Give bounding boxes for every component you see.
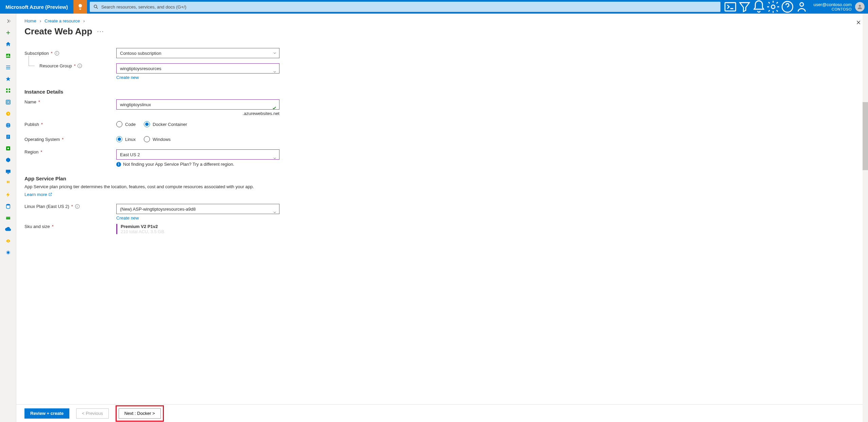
- label-publish: Publish*: [24, 122, 116, 127]
- rail-app-services-icon[interactable]: [1, 120, 15, 131]
- rail-monitor-icon[interactable]: [1, 247, 15, 258]
- info-icon[interactable]: i: [75, 204, 80, 209]
- info-icon: i: [116, 162, 121, 167]
- svg-rect-12: [8, 88, 10, 90]
- breadcrumb-create-resource[interactable]: Create a resource: [45, 18, 80, 23]
- svg-rect-11: [6, 88, 8, 90]
- region-select[interactable]: East US 2: [116, 149, 279, 160]
- svg-rect-9: [8, 54, 8, 57]
- name-suffix: .azurewebsites.net: [116, 111, 279, 116]
- svg-rect-15: [6, 100, 10, 104]
- publish-code-radio[interactable]: Code: [116, 121, 136, 127]
- close-icon[interactable]: [856, 20, 861, 26]
- directory-filter-icon[interactable]: [737, 0, 752, 14]
- svg-point-3: [771, 5, 775, 9]
- svg-point-22: [7, 148, 9, 149]
- settings-icon[interactable]: [766, 0, 780, 14]
- svg-point-27: [7, 241, 8, 242]
- page-title: Create Web App: [24, 26, 92, 37]
- rail-sql-icon[interactable]: [1, 143, 15, 154]
- rail-vnet-icon[interactable]: [1, 224, 15, 235]
- search-icon: [93, 4, 99, 10]
- section-instance-details: Instance Details: [24, 89, 317, 95]
- rail-expand-icon[interactable]: [1, 16, 15, 27]
- rail-vm-icon[interactable]: [1, 166, 15, 177]
- label-name: Name*: [24, 99, 116, 104]
- svg-rect-13: [6, 91, 8, 93]
- svg-rect-16: [7, 101, 9, 103]
- scrollbar[interactable]: [863, 14, 868, 422]
- os-linux-radio[interactable]: Linux: [116, 136, 136, 142]
- label-os: Operating System*: [24, 137, 116, 142]
- svg-rect-23: [6, 170, 11, 173]
- main-content: Home › Create a resource › Create Web Ap…: [16, 14, 868, 422]
- create-new-rg-link[interactable]: Create new: [116, 75, 139, 80]
- rail-aad-icon[interactable]: [1, 236, 15, 246]
- breadcrumb-home[interactable]: Home: [24, 18, 36, 23]
- svg-line-1: [97, 7, 98, 9]
- check-icon: [272, 106, 277, 110]
- rail-create-icon[interactable]: [1, 27, 15, 38]
- account-area[interactable]: user@contoso.com CONTOSO: [809, 1, 868, 13]
- rail-all-resources-icon[interactable]: [1, 85, 15, 96]
- label-linux-plan: Linux Plan (East US 2)* i: [24, 204, 116, 209]
- rail-load-balancer-icon[interactable]: [1, 178, 15, 189]
- svg-point-5: [800, 3, 804, 6]
- rail-cosmos-db-icon[interactable]: [1, 212, 15, 223]
- external-link-icon: [48, 192, 52, 196]
- rail-storage-icon[interactable]: [1, 189, 15, 200]
- label-region: Region*: [24, 149, 116, 155]
- svg-point-6: [859, 5, 861, 7]
- info-icon[interactable]: i: [78, 64, 82, 68]
- account-email: user@contoso.com: [814, 2, 852, 7]
- create-new-plan-link[interactable]: Create new: [116, 215, 139, 221]
- name-input[interactable]: wingtiptoyslinux: [116, 99, 279, 110]
- scrollbar-thumb[interactable]: [863, 102, 868, 170]
- sku-display: Premium V2 P1v2 210 total ACU, 3.5 GB: [116, 224, 279, 234]
- resource-group-select[interactable]: wingtiptoysresources: [116, 63, 279, 74]
- rail-quickstart-icon[interactable]: [1, 108, 15, 119]
- chevron-right-icon: ›: [83, 18, 85, 23]
- search-input[interactable]: [90, 2, 720, 12]
- svg-rect-8: [6, 55, 7, 57]
- breadcrumb: Home › Create a resource ›: [24, 18, 860, 23]
- rail-dashboard-icon[interactable]: [1, 50, 15, 61]
- info-icon[interactable]: i: [55, 51, 59, 55]
- rail-all-services-icon[interactable]: [1, 62, 15, 73]
- review-create-button[interactable]: Review + create: [24, 408, 69, 419]
- rail-function-apps-icon[interactable]: [1, 131, 15, 142]
- rail-home-icon[interactable]: [1, 39, 15, 50]
- chevron-down-icon: [273, 70, 277, 74]
- rail-resource-groups-icon[interactable]: [1, 97, 15, 108]
- region-hint: i Not finding your App Service Plan? Try…: [116, 162, 279, 167]
- linux-plan-select[interactable]: (New) ASP-wingtiptoysresources-a9d8: [116, 204, 279, 214]
- nav-rail: SQL: [0, 14, 16, 422]
- highlight-frame: Next : Docker >: [116, 405, 164, 422]
- preview-badge-icon[interactable]: [73, 0, 87, 14]
- label-resource-group: Resource Group* i: [24, 63, 116, 68]
- svg-point-0: [94, 5, 97, 8]
- feedback-icon[interactable]: [795, 0, 809, 14]
- rail-sql-db-icon[interactable]: SQL: [1, 201, 15, 212]
- more-actions-icon[interactable]: ···: [97, 28, 104, 35]
- avatar[interactable]: [855, 2, 865, 12]
- svg-point-24: [6, 204, 10, 206]
- rail-favorites-icon[interactable]: [1, 74, 15, 84]
- publish-docker-radio[interactable]: Docker Container: [144, 121, 187, 127]
- learn-more-link[interactable]: Learn more: [24, 192, 52, 197]
- svg-rect-2: [725, 3, 736, 11]
- svg-rect-10: [9, 56, 10, 57]
- brand-title: Microsoft Azure (Preview): [0, 4, 73, 10]
- rail-cosmos-icon[interactable]: [1, 155, 15, 165]
- cloud-shell-icon[interactable]: [723, 0, 737, 14]
- chevron-down-icon: [273, 156, 277, 160]
- notifications-icon[interactable]: [752, 0, 766, 14]
- svg-text:SQL: SQL: [6, 206, 10, 208]
- plan-description: App Service plan pricing tier determines…: [24, 184, 283, 189]
- os-windows-radio[interactable]: Windows: [144, 136, 171, 142]
- next-button[interactable]: Next : Docker >: [119, 408, 161, 419]
- subscription-select[interactable]: Contoso subscription: [116, 48, 279, 58]
- help-icon[interactable]: [780, 0, 795, 14]
- search-container: [87, 0, 723, 13]
- section-app-service-plan: App Service Plan: [24, 176, 317, 181]
